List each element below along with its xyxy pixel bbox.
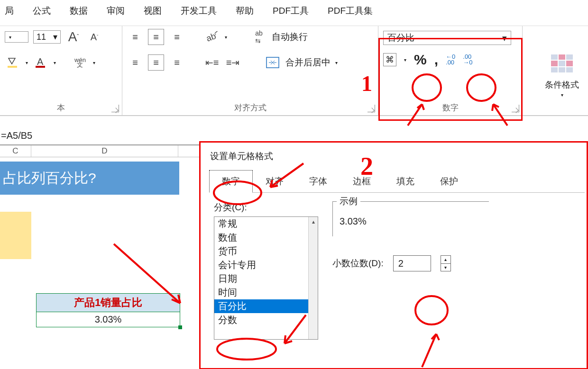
align-left-icon[interactable]: ≡ [127, 54, 143, 71]
decrease-font-icon[interactable]: Aˇ [86, 29, 102, 45]
increase-decimal-icon[interactable]: ←0 .00 [446, 54, 455, 65]
orientation-icon[interactable]: ab [204, 29, 220, 45]
ribbon-group-alignment: ≡ ≡ ≡ ab ▾ ab⇆ 自动换行 ≡ ≡ ≡ ⇤≡ ≡⇥ [122, 26, 378, 115]
alignment-group-label: 对齐方式 [127, 100, 373, 114]
decimals-spinner[interactable]: ▴ ▾ [441, 255, 451, 271]
dialog-tab-border[interactable]: 边框 [340, 170, 384, 193]
dialog-tab-font[interactable]: 字体 [296, 170, 340, 193]
formula-bar-value: =A5/B5 [1, 130, 32, 141]
tab-review[interactable]: 审阅 [107, 5, 125, 17]
accounting-format-icon[interactable]: ⌘ [383, 53, 396, 66]
result-table: 产品1销量占比 3.03% [36, 293, 180, 327]
decrease-indent-icon[interactable]: ⇤≡ [204, 54, 220, 71]
sample-box: 示例 3.03% [332, 201, 489, 236]
category-listbox[interactable]: 常规 数值 货币 会计专用 日期 时间 百分比 分数 ▴ [214, 216, 318, 340]
number-group-label: 数字 [383, 100, 517, 114]
fill-color-icon[interactable] [5, 54, 21, 71]
category-item-number[interactable]: 数值 [214, 231, 318, 244]
tab-data[interactable]: 数据 [70, 5, 88, 17]
dialog-tab-protection[interactable]: 保护 [427, 170, 471, 193]
conditional-formatting-label: 条件格式 [536, 79, 588, 90]
decimals-label: 小数位数(D): [332, 257, 384, 270]
merge-center-label[interactable]: 合并后居中 [285, 56, 331, 69]
col-header-d[interactable]: D [31, 145, 178, 157]
chevron-down-icon: ▾ [502, 33, 507, 44]
tab-pdftoolset[interactable]: PDF工具集 [328, 5, 373, 17]
category-item-accounting[interactable]: 会计专用 [214, 258, 318, 272]
format-cells-dialog: 设置单元格格式 数字 对齐 字体 边框 填充 保护 分类(C): 常规 数值 货… [209, 147, 585, 368]
format-cells-dialog-highlight: 设置单元格格式 数字 对齐 字体 边框 填充 保护 分类(C): 常规 数值 货… [199, 141, 588, 369]
alignment-group-launcher[interactable] [368, 105, 375, 112]
align-bottom-icon[interactable]: ≡ [169, 29, 185, 45]
align-right-icon[interactable]: ≡ [169, 54, 185, 71]
highlighted-cells[interactable] [0, 212, 31, 259]
comma-style-icon[interactable]: , [434, 52, 438, 68]
ribbon: ▾ 11 ▾ Aˆ Aˇ ▾ A ▾ wén文 ▾ [0, 26, 588, 116]
tab-help[interactable]: 帮助 [236, 5, 254, 17]
category-label: 分类(C): [214, 201, 318, 214]
phonetic-guide-icon[interactable]: wén文 [72, 54, 88, 71]
sample-label: 示例 [337, 195, 360, 207]
ribbon-tab-bar: 局 公式 数据 审阅 视图 开发工具 帮助 PDF工具 PDF工具集 [0, 0, 588, 26]
decimals-input[interactable]: 2 [393, 255, 431, 271]
dialog-tabs: 数字 对齐 字体 边框 填充 保护 [209, 170, 585, 193]
font-size-dropdown[interactable]: 11 ▾ [33, 30, 61, 44]
align-top-icon[interactable]: ≡ [127, 29, 143, 45]
result-value-cell[interactable]: 3.03% [37, 312, 180, 327]
svg-rect-2 [36, 66, 45, 68]
svg-rect-0 [8, 66, 17, 68]
category-item-percentage[interactable]: 百分比 [214, 299, 318, 313]
selection-fill-handle[interactable] [178, 325, 182, 329]
merge-center-icon[interactable] [265, 54, 281, 71]
category-scrollbar[interactable]: ▴ [308, 217, 318, 339]
category-item-date[interactable]: 日期 [214, 272, 318, 286]
spinner-up-icon[interactable]: ▴ [441, 256, 450, 264]
number-format-dropdown[interactable]: 百分比 ▾ [383, 31, 511, 45]
conditional-formatting-icon [551, 54, 573, 72]
dialog-tab-alignment[interactable]: 对齐 [253, 170, 296, 193]
wrap-text-icon[interactable]: ab⇆ [251, 29, 267, 45]
spinner-down-icon[interactable]: ▾ [441, 264, 450, 271]
decimals-value: 2 [398, 258, 404, 269]
tab-view[interactable]: 视图 [144, 5, 162, 17]
font-family-dropdown[interactable]: ▾ [5, 31, 28, 43]
increase-font-icon[interactable]: Aˆ [65, 29, 82, 45]
chevron-down-icon: ▾ [53, 32, 57, 42]
category-item-currency[interactable]: 货币 [214, 244, 318, 258]
tab-developer[interactable]: 开发工具 [181, 5, 217, 17]
ribbon-group-font: ▾ 11 ▾ Aˆ Aˇ ▾ A ▾ wén文 ▾ [0, 26, 122, 115]
svg-text:A: A [37, 56, 44, 67]
dialog-tab-fill[interactable]: 填充 [384, 170, 427, 193]
align-center-icon[interactable]: ≡ [148, 54, 164, 71]
result-header-cell[interactable]: 产品1销量占比 [37, 294, 180, 312]
tab-formulas[interactable]: 公式 [33, 5, 51, 17]
number-format-selected: 百分比 [387, 32, 414, 44]
increase-indent-icon[interactable]: ≡⇥ [225, 54, 241, 71]
font-group-launcher[interactable] [111, 105, 119, 112]
col-header-c[interactable]: C [0, 145, 31, 157]
font-size-value: 11 [37, 32, 46, 42]
category-item-fraction[interactable]: 分数 [214, 313, 318, 327]
font-group-label: 本 [5, 100, 117, 114]
title-cell[interactable]: 占比列百分比? [0, 162, 179, 195]
ribbon-group-number: 百分比 ▾ ⌘ ▾ % , ←0 .00 .00 →0 数字 [378, 26, 523, 115]
tab-layout[interactable]: 局 [5, 5, 14, 17]
percent-style-icon[interactable]: % [414, 52, 427, 68]
tab-pdftool[interactable]: PDF工具 [273, 5, 309, 17]
number-group-launcher[interactable] [512, 105, 519, 112]
wrap-text-label[interactable]: 自动换行 [272, 31, 308, 43]
chevron-down-icon: ▾ [536, 92, 588, 98]
font-color-icon[interactable]: A [33, 54, 49, 71]
dialog-tab-number[interactable]: 数字 [209, 170, 253, 193]
category-item-general[interactable]: 常规 [214, 217, 318, 231]
decrease-decimal-icon[interactable]: .00 →0 [463, 54, 472, 65]
scroll-up-icon[interactable]: ▴ [309, 217, 318, 226]
align-middle-icon[interactable]: ≡ [148, 29, 164, 45]
category-item-time[interactable]: 时间 [214, 286, 318, 299]
conditional-formatting-button[interactable]: 条件格式 ▾ [536, 54, 588, 98]
title-cell-text: 占比列百分比? [3, 169, 96, 188]
dialog-title: 设置单元格格式 [209, 147, 585, 170]
